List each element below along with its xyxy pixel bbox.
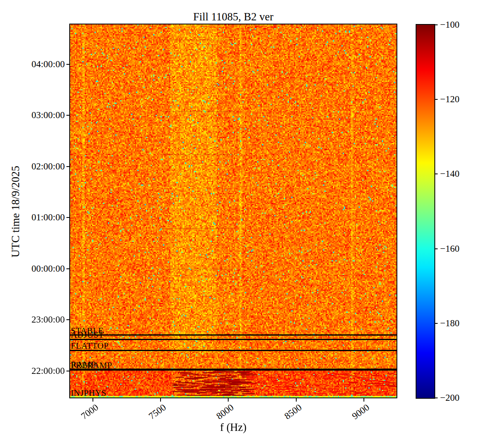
y-tick-mark	[66, 319, 70, 320]
phase-line-adjust	[70, 339, 396, 340]
y-tick-mark	[66, 268, 70, 269]
spectrogram-plot-area: STABLEADJUSTFLATTOPRAMPPRERAMPINJPHYS	[69, 24, 397, 398]
y-tick-label: 00:00:00	[31, 264, 65, 274]
x-axis-label: f (Hz)	[70, 421, 396, 434]
colorbar-tick-label: −180	[440, 318, 459, 329]
phase-label-injphys: INJPHYS	[71, 389, 107, 397]
chart-title: Fill 11085, B2 ver	[70, 11, 396, 23]
colorbar-tick-label: −160	[440, 244, 459, 254]
y-tick-mark	[66, 371, 70, 371]
x-tick-mark	[160, 398, 161, 402]
colorbar-tick-label: −140	[440, 169, 459, 179]
phase-label-flattop: FLATTOP	[71, 342, 109, 350]
colorbar-tick-mark	[434, 24, 438, 25]
y-tick-mark	[66, 64, 70, 65]
colorbar	[416, 24, 435, 399]
x-tick-mark	[363, 398, 364, 402]
x-tick-mark	[296, 398, 297, 402]
phase-line-preramp	[70, 369, 396, 371]
y-tick-label: 01:00:00	[31, 212, 65, 223]
phase-label-adjust: ADJUST	[71, 331, 104, 339]
colorbar-tick-mark	[434, 248, 438, 249]
y-axis-label: UTC time 18/9/2025	[9, 110, 22, 314]
colorbar-tick-label: −100	[440, 20, 459, 30]
colorbar-tick-label: −200	[440, 393, 459, 403]
colorbar-tick-label: −120	[440, 94, 459, 105]
phase-line-stable	[70, 334, 396, 336]
colorbar-tick-mark	[434, 323, 438, 324]
x-tick-mark	[93, 398, 93, 402]
y-tick-label: 23:00:00	[31, 314, 65, 325]
phase-label-preramp: PRERAMP	[71, 361, 112, 370]
spectrogram-figure: Fill 11085, B2 ver UTC time 18/9/2025 ST…	[0, 0, 489, 448]
phase-line-flattop	[70, 350, 396, 351]
y-tick-label: 02:00:00	[31, 161, 65, 172]
y-tick-label: 22:00:00	[31, 366, 65, 376]
y-tick-mark	[66, 217, 70, 218]
colorbar-tick-mark	[434, 173, 438, 174]
spectrogram-heatmap	[70, 24, 396, 397]
colorbar-tick-mark	[434, 397, 438, 398]
y-tick-mark	[66, 115, 70, 116]
y-tick-label: 04:00:00	[31, 59, 65, 70]
y-tick-mark	[66, 166, 70, 167]
x-tick-mark	[228, 398, 229, 402]
colorbar-tick-mark	[434, 99, 438, 100]
y-tick-label: 03:00:00	[31, 110, 65, 121]
